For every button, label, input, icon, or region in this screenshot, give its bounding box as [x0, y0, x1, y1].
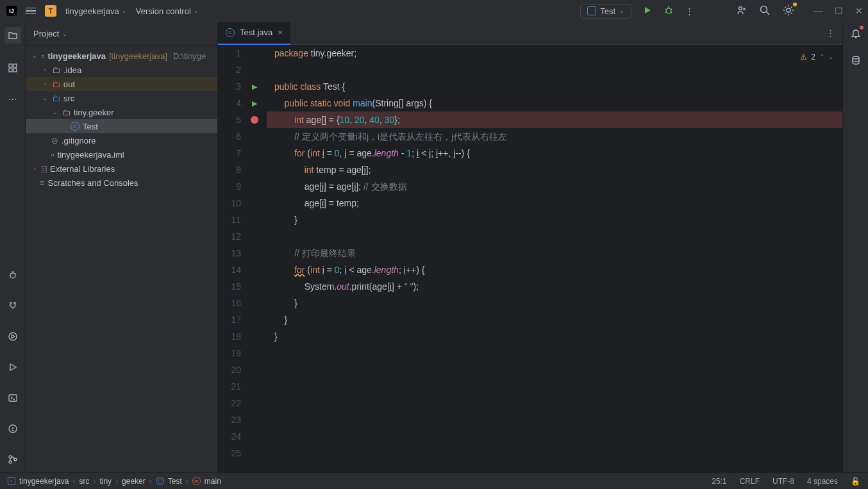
readonly-icon[interactable]: 🔓 [851, 477, 860, 486]
notifications-icon[interactable] [849, 27, 862, 40]
project-badge: T [45, 5, 56, 17]
debug-button[interactable] [664, 5, 674, 17]
tree-src[interactable]: ⌄ 🗀 src [26, 91, 217, 105]
run-config-icon [587, 6, 596, 15]
chevron-down-icon: ⌄ [122, 8, 127, 14]
build-tool-icon[interactable] [6, 299, 19, 312]
chevron-right-icon[interactable]: › [31, 165, 38, 172]
folder-icon: 🗀 [52, 79, 60, 89]
terminal-tool-icon[interactable] [6, 392, 19, 404]
close-button[interactable]: ✕ [855, 8, 862, 14]
svg-line-5 [671, 12, 672, 13]
chevron-down-icon: ⌄ [619, 8, 624, 14]
vcs-tool-icon[interactable] [6, 453, 19, 466]
chevron-down-icon: ⌄ [194, 8, 199, 14]
more-tool-icon[interactable]: ⋯ [6, 92, 19, 105]
svg-point-24 [12, 431, 13, 431]
debug-tool-icon[interactable] [6, 269, 19, 281]
caret-position[interactable]: 25:1 [712, 477, 726, 486]
line-separator[interactable]: CRLF [740, 477, 760, 486]
svg-point-28 [853, 56, 859, 59]
svg-point-0 [666, 8, 671, 13]
chevron-down-icon[interactable]: ⌄ [31, 53, 38, 59]
tab-more-icon[interactable]: ⋮ [826, 28, 842, 38]
editor-tab[interactable]: C Test.java × [218, 22, 290, 45]
file-icon: ▫ [51, 150, 54, 160]
chevron-down-icon[interactable]: ⌄ [51, 109, 59, 115]
svg-rect-13 [13, 64, 17, 67]
structure-tool-icon[interactable] [6, 62, 19, 74]
services-tool-icon[interactable] [6, 330, 19, 343]
project-tool-icon[interactable] [4, 27, 21, 44]
module-icon: ▫ [42, 51, 45, 61]
more-actions-button[interactable]: ⋮ [685, 6, 694, 16]
run-gutter-icon[interactable]: ▶ [245, 95, 264, 112]
titlebar: IJ T tinygeekerjava⌄ Version control⌄ Te… [0, 0, 868, 22]
svg-rect-15 [13, 69, 17, 72]
chevron-right-icon[interactable]: › [41, 67, 49, 73]
project-tree: ⌄ ▫ tinygeekerjava [tinygeekerjava] D:\t… [26, 46, 217, 472]
svg-line-3 [671, 9, 672, 10]
maximize-button[interactable]: ☐ [835, 8, 841, 14]
minimize-button[interactable]: — [814, 8, 821, 14]
app-icon: IJ [6, 6, 17, 16]
class-icon: C [226, 28, 235, 37]
svg-line-18 [10, 274, 11, 274]
sidebar-title[interactable]: Project⌄ [33, 29, 67, 38]
folder-icon: 🗀 [52, 65, 60, 75]
encoding[interactable]: UTF-8 [772, 477, 794, 486]
editor-area: C Test.java × ⋮ ⚠ 2 ⌃ ⌄ 1 2 3▶ 4▶ 5 6 7 … [218, 22, 842, 472]
tree-out[interactable]: › 🗀 out [26, 77, 217, 91]
run-button[interactable] [643, 6, 652, 17]
svg-point-16 [10, 273, 15, 278]
indent[interactable]: 4 spaces [807, 477, 838, 486]
settings-icon[interactable] [782, 4, 795, 19]
breadcrumb[interactable]: ▫ tinygeekerjava› src› tiny› geeker› C T… [8, 477, 221, 486]
tree-idea[interactable]: › 🗀 .idea [26, 63, 217, 77]
breakpoint-icon[interactable] [251, 116, 258, 124]
close-icon[interactable]: × [278, 28, 283, 37]
tree-root[interactable]: ⌄ ▫ tinygeekerjava [tinygeekerjava] D:\t… [26, 49, 217, 63]
vcs-widget[interactable]: Version control⌄ [136, 6, 199, 16]
svg-line-19 [15, 274, 16, 274]
search-icon[interactable] [759, 4, 771, 18]
method-icon: m [192, 477, 201, 485]
chevron-down-icon[interactable]: ⌄ [41, 95, 49, 101]
tree-package[interactable]: ⌄ 🗀 tiny.geeker [26, 105, 217, 119]
scratch-icon: ≡ [40, 178, 45, 188]
gutter[interactable]: 1 2 3▶ 4▶ 5 6 7 8 9 10 11 12 13 14 15 16… [218, 45, 267, 472]
tree-class[interactable]: C Test [26, 119, 217, 133]
left-toolwindow-strip: ⋯ [0, 22, 26, 472]
svg-line-10 [767, 12, 770, 15]
svg-line-2 [665, 9, 667, 10]
tree-gitignore[interactable]: ⊘ .gitignore [26, 133, 217, 147]
svg-point-25 [9, 456, 12, 458]
package-icon: 🗀 [62, 108, 71, 117]
chevron-down-icon: ⌄ [62, 31, 67, 37]
library-icon: ⌸ [42, 164, 47, 174]
svg-line-4 [665, 12, 667, 13]
hamburger-icon[interactable] [26, 8, 36, 15]
run-config-selector[interactable]: Test ⌄ [580, 4, 631, 19]
run-gutter-icon[interactable]: ▶ [245, 78, 264, 95]
editor-tabs: C Test.java × ⋮ [218, 22, 842, 45]
database-icon[interactable] [849, 54, 862, 67]
folder-icon: 🗀 [52, 94, 60, 103]
tab-label: Test.java [240, 28, 272, 37]
right-toolwindow-strip [842, 22, 868, 472]
project-sidebar: Project⌄ ⌄ ▫ tinygeekerjava [tinygeekerj… [26, 22, 218, 472]
code-with-me-icon[interactable] [736, 4, 747, 18]
tree-iml[interactable]: ▫ tinygeekerjava.iml [26, 147, 217, 162]
problems-tool-icon[interactable] [6, 422, 19, 435]
run-tool-icon[interactable] [6, 361, 19, 374]
tree-ext-lib[interactable]: › ⌸ External Libraries [26, 162, 217, 176]
svg-rect-12 [9, 64, 12, 67]
editor[interactable]: ⚠ 2 ⌃ ⌄ 1 2 3▶ 4▶ 5 6 7 8 9 10 11 12 13 … [218, 45, 842, 472]
svg-point-9 [761, 6, 767, 12]
project-selector[interactable]: tinygeekerjava⌄ [65, 6, 127, 16]
chevron-right-icon[interactable]: › [41, 81, 49, 87]
tree-scratches[interactable]: ≡ Scratches and Consoles [26, 176, 217, 190]
svg-point-6 [739, 6, 742, 10]
module-icon: ▫ [8, 477, 15, 485]
svg-point-11 [787, 8, 790, 12]
